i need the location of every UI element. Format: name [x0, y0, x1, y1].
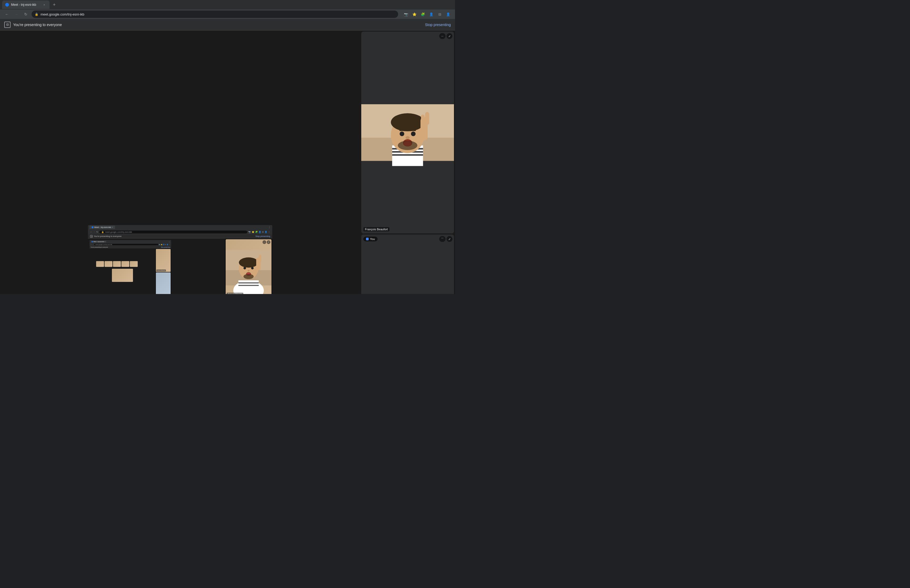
l3-presenting-text: You're presenting to everyone	[91, 246, 108, 248]
l3-thumbs-container	[96, 261, 149, 283]
inner-profile: 👤	[259, 231, 261, 233]
inner-back: ←	[90, 231, 92, 233]
screen-share-area: Meet - tnj-esni-ikb × ⋮ ← → ↻ 🔒 meet.goo…	[0, 31, 360, 294]
inner-address-bar: 🔒 meet.google.com/tnj-esni-ikb	[99, 231, 247, 233]
l3-main-area	[96, 267, 149, 283]
refresh-button[interactable]: ↻	[22, 11, 29, 18]
split-screen-icon[interactable]: ⊟	[436, 11, 443, 18]
svg-rect-4	[238, 283, 259, 283]
svg-rect-28	[410, 130, 416, 131]
meeting-area: Meet - tnj-esni-ikb × ⋮ ← → ↻ 🔒 meet.goo…	[0, 31, 455, 294]
participant-tile-francois: François Beaufort ··· ⤢	[361, 32, 454, 233]
l3-btn1: 📷	[159, 244, 160, 245]
you-badge-label: You	[370, 237, 375, 241]
l2-p1-more[interactable]: ···	[262, 240, 266, 244]
francois-more-medium[interactable]: ···	[439, 33, 446, 39]
inner-favicon	[92, 226, 94, 228]
profile-icon[interactable]: 👤	[428, 11, 435, 18]
back-button[interactable]: ←	[3, 11, 11, 18]
l3-fwd: →	[92, 244, 94, 245]
presenting-banner: ⊡ You're presenting to everyone Stop pre…	[0, 19, 455, 31]
inner-split: ⊟	[262, 231, 264, 233]
l3-btn5: 👤	[166, 244, 168, 245]
svg-point-9	[251, 267, 254, 270]
stop-presenting-button[interactable]: Stop presenting	[425, 23, 451, 27]
level2-left: Meet - tnj-esni-ikb × ⋮ ← → meet.google.…	[88, 239, 225, 294]
participants-sidebar: François Beaufort ··· ⤢	[360, 31, 455, 294]
tab-close-btn[interactable]: ×	[42, 3, 46, 7]
tab-bar: Meet - tnj-esni-ikb × +	[0, 0, 455, 10]
l3-btn4: ⊟	[165, 244, 166, 245]
l3-tab-title: Meet - tnj-esni-ikb	[94, 241, 104, 242]
l2-sidebar: François Beaufort ··· ⤢ You ···	[225, 239, 272, 294]
francois-tile-controls-medium: ··· ⤢	[439, 33, 453, 39]
forward-button[interactable]: →	[13, 11, 20, 18]
l3-main	[89, 249, 155, 294]
inner-forward: →	[93, 231, 95, 233]
l3-p1-name: François Beaufort	[157, 270, 166, 271]
level2-content: Meet - tnj-esni-ikb × ⋮ ← → meet.google.…	[88, 239, 272, 294]
l3-dots: ⋮	[168, 241, 170, 243]
svg-point-24	[391, 113, 424, 131]
l3-fav	[92, 241, 93, 242]
you-more-btn[interactable]: ···	[439, 236, 446, 242]
l3-stop: Stop presenting	[161, 246, 170, 248]
inner-lock: 🔒	[101, 231, 104, 233]
l3-browser: Meet - tnj-esni-ikb × ⋮	[89, 240, 171, 243]
l3-btn3: 👤	[163, 244, 165, 245]
l3-btn6: ⋮	[169, 244, 170, 245]
svg-point-29	[406, 136, 410, 139]
l2-p1-expand[interactable]: ⤢	[267, 240, 270, 244]
francois-expand-medium[interactable]: ⤢	[446, 33, 453, 39]
svg-point-25	[400, 132, 404, 136]
you-badge-dot	[366, 237, 369, 240]
l3-thumb-row1	[96, 261, 149, 267]
you-face-svg	[361, 234, 454, 294]
svg-rect-22	[392, 154, 423, 156]
dots-icon: ···	[441, 35, 443, 38]
l3-close: ×	[105, 241, 105, 242]
inner-presenting-banner: ⊡ You're presenting to everyone Stop pre…	[88, 234, 272, 239]
bookmark-icon[interactable]: ⭐	[411, 11, 418, 18]
svg-rect-15	[259, 255, 262, 262]
inner-browser-chrome: Meet - tnj-esni-ikb × ⋮	[88, 225, 272, 229]
browser-chrome: Meet - tnj-esni-ikb × + ← → ↻ 🔒 meet.goo…	[0, 0, 455, 19]
svg-rect-35	[421, 115, 425, 125]
cast-icon[interactable]: 📷	[402, 11, 410, 18]
l3-addr-row: ← → meet.google.com/tnj-esni-ikb 📷 ⭐ 👤 ⊟…	[89, 243, 171, 246]
account-icon[interactable]: 👤	[444, 11, 452, 18]
you-expand-btn[interactable]: ⤢	[446, 236, 453, 242]
l3-p2	[156, 272, 171, 294]
l3-btns: 📷 ⭐ 👤 ⊟ 👤 ⋮	[159, 244, 170, 245]
screen-preview-container: Meet - tnj-esni-ikb × ⋮ ← → ↻ 🔒 meet.goo…	[88, 225, 272, 294]
browser-tab[interactable]: Meet - tnj-esni-ikb ×	[2, 0, 50, 9]
browser-actions: 📷 ⭐ 🧩 👤 ⊟ 👤	[402, 11, 452, 18]
inner-dots: ⋮	[268, 226, 271, 229]
inner-stop-btn: Stop presenting	[255, 235, 270, 237]
address-bar[interactable]: 🔒 meet.google.com/tnj-esni-ikb	[32, 11, 398, 18]
francois-face-svg-medium	[361, 32, 454, 233]
svg-rect-27	[399, 130, 405, 131]
svg-rect-34	[425, 112, 429, 125]
inner-acct: 👤	[265, 231, 267, 233]
inner-browser-btns: 📷 ⭐ 🧩 👤 ⊟ 👤 ⋮	[248, 231, 270, 233]
new-tab-button[interactable]: +	[50, 1, 58, 8]
inner-tab-title: Meet - tnj-esni-ikb	[94, 226, 111, 228]
svg-point-13	[244, 274, 254, 279]
svg-point-32	[398, 141, 417, 150]
inner-tab-close[interactable]: ×	[112, 226, 113, 228]
l3-meeting-content: François Beaufort	[89, 249, 171, 294]
inner-presenting-text: You're presenting to everyone	[94, 235, 254, 237]
inner-refresh: ↻	[96, 231, 98, 233]
tab-favicon	[5, 3, 9, 6]
l3-thumb5	[130, 261, 138, 267]
inner-url: meet.google.com/tnj-esni-ikb	[105, 231, 132, 233]
svg-point-10	[247, 270, 250, 271]
inner-more: ⋮	[268, 231, 270, 233]
extensions-icon[interactable]: 🧩	[419, 11, 427, 18]
presenting-text: You're presenting to everyone	[13, 23, 425, 27]
svg-point-8	[244, 267, 246, 270]
l3-sidebar: François Beaufort	[155, 249, 171, 294]
l3-btn2: ⭐	[161, 244, 162, 245]
url-text: meet.google.com/tnj-esni-ikb	[40, 12, 84, 16]
